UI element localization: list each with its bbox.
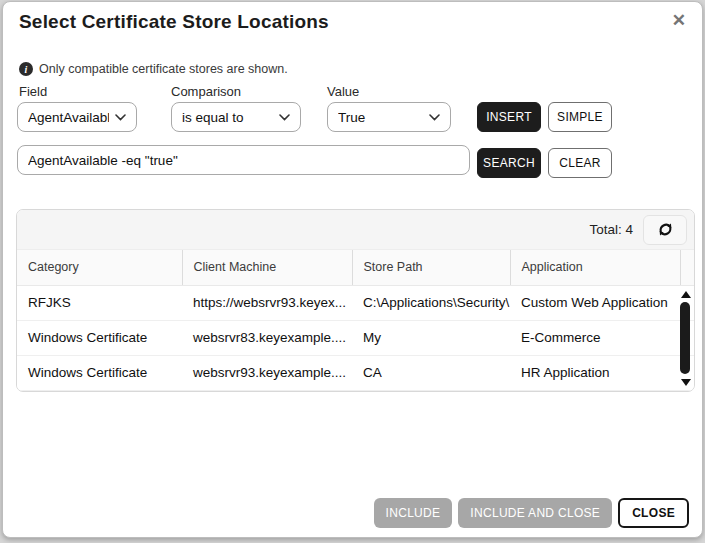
field-label: Field xyxy=(19,84,47,99)
table-header-row: Category Client Machine Store Path Appli… xyxy=(17,250,694,285)
query-input[interactable] xyxy=(17,145,470,175)
include-button[interactable]: INCLUDE xyxy=(374,498,453,528)
clear-button[interactable]: CLEAR xyxy=(548,148,612,178)
cell-category[interactable]: Windows Certificate xyxy=(17,320,182,355)
cell-category[interactable]: RFJKS xyxy=(17,285,182,320)
include-and-close-button[interactable]: INCLUDE AND CLOSE xyxy=(458,498,612,528)
chevron-down-icon xyxy=(279,114,290,121)
search-button[interactable]: SEARCH xyxy=(477,148,541,178)
value-label: Value xyxy=(327,84,359,99)
store-locations-table: Category Client Machine Store Path Appli… xyxy=(17,250,694,391)
close-button[interactable]: CLOSE xyxy=(618,498,689,528)
cell-client-machine[interactable]: websrvr93.keyexample.... xyxy=(182,355,352,390)
cell-store-path[interactable]: CA xyxy=(352,355,510,390)
field-select-value: AgentAvailable xyxy=(28,110,109,125)
column-header-client-machine[interactable]: Client Machine xyxy=(182,250,352,285)
cell-client-machine[interactable]: websrvr83.keyexample.... xyxy=(182,320,352,355)
scroll-down-icon[interactable] xyxy=(681,379,691,386)
comparison-label: Comparison xyxy=(171,84,241,99)
cell-store-path[interactable]: My xyxy=(352,320,510,355)
cell-application[interactable]: Custom Web Application xyxy=(510,285,680,320)
scroll-up-icon[interactable] xyxy=(681,291,691,298)
table-row[interactable]: Windows Certificate websrvr83.keyexample… xyxy=(17,320,694,355)
chevron-down-icon xyxy=(429,114,440,121)
refresh-icon xyxy=(656,220,675,239)
column-header-category[interactable]: Category xyxy=(17,250,182,285)
field-select[interactable]: AgentAvailable xyxy=(17,102,137,132)
value-select-value: True xyxy=(338,110,423,125)
comparison-select[interactable]: is equal to xyxy=(171,102,301,132)
comparison-select-value: is equal to xyxy=(182,110,273,125)
total-count: Total: 4 xyxy=(589,222,633,237)
value-select[interactable]: True xyxy=(327,102,451,132)
results-toolbar: Total: 4 xyxy=(17,210,694,250)
cell-category[interactable]: Windows Certificate xyxy=(17,355,182,390)
cell-client-machine[interactable]: https://websrvr93.keyex... xyxy=(182,285,352,320)
simple-button[interactable]: SIMPLE xyxy=(548,102,612,132)
info-text: Only compatible certificate stores are s… xyxy=(39,62,288,76)
chevron-down-icon xyxy=(115,114,126,121)
column-header-spacer xyxy=(680,250,694,285)
insert-button[interactable]: INSERT xyxy=(477,102,541,132)
info-icon: i xyxy=(19,62,33,76)
column-header-store-path[interactable]: Store Path xyxy=(352,250,510,285)
dialog-title: Select Certificate Store Locations xyxy=(19,11,329,33)
table-row[interactable]: Windows Certificate websrvr93.keyexample… xyxy=(17,355,694,390)
refresh-button[interactable] xyxy=(643,215,687,245)
cell-application[interactable]: E-Commerce xyxy=(510,320,680,355)
table-row[interactable]: RFJKS https://websrvr93.keyex... C:\Appl… xyxy=(17,285,694,320)
certificate-store-dialog: Select Certificate Store Locations ✕ i O… xyxy=(2,1,703,538)
info-message: i Only compatible certificate stores are… xyxy=(19,62,288,76)
cell-application[interactable]: HR Application xyxy=(510,355,680,390)
dialog-footer: INCLUDE INCLUDE AND CLOSE CLOSE xyxy=(374,498,689,528)
cell-store-path[interactable]: C:\Applications\Security\... xyxy=(352,285,510,320)
table-scrollbar[interactable] xyxy=(679,289,692,388)
scrollbar-thumb[interactable] xyxy=(680,302,690,374)
results-panel: Total: 4 Category Client xyxy=(16,209,695,392)
column-header-application[interactable]: Application xyxy=(510,250,680,285)
close-icon[interactable]: ✕ xyxy=(666,6,692,35)
